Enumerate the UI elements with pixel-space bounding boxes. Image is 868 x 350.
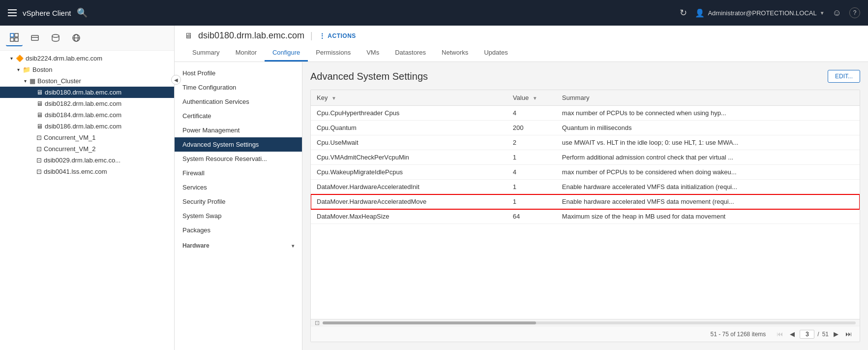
hamburger-menu[interactable] (8, 9, 17, 16)
last-page-btn[interactable]: ⏭ (843, 329, 854, 339)
table-row[interactable]: Cpu.WakeupMigrateIdlePcpus 4 max number … (311, 165, 860, 180)
hosts-clusters-icon[interactable] (6, 30, 23, 46)
table-row[interactable]: DataMover.HardwareAcceleratedMove 1 Enab… (311, 194, 860, 209)
table-row[interactable]: DataMover.MaxHeapSize 64 Maximum size of… (311, 209, 860, 224)
tab-permissions[interactable]: Permissions (308, 45, 359, 62)
tab-summary[interactable]: Summary (184, 45, 228, 62)
tree-item-dsib0186[interactable]: 🖥dsib0186.drm.lab.emc.com (0, 121, 174, 132)
tree-item-dsib0041[interactable]: ⊡dsib0041.lss.emc.com (0, 166, 174, 177)
left-nav-item-host_profile[interactable]: Host Profile (175, 66, 302, 80)
table-footer: 51 - 75 of 1268 items ⏮ ◀ / 51 ▶ ⏭ (311, 326, 860, 342)
help-icon[interactable]: ? (849, 7, 860, 18)
tab-networks[interactable]: Networks (434, 45, 476, 62)
tree-node-label: dsib0186.drm.lab.emc.com (45, 123, 121, 130)
tab-monitor[interactable]: Monitor (228, 45, 265, 62)
tree-item-concurrent_vm1[interactable]: ⊡Concurrent_VM_1 (0, 132, 174, 143)
storage-icon[interactable] (47, 30, 64, 46)
cell-value: 1 (507, 150, 556, 165)
tab-datastores[interactable]: Datastores (387, 45, 434, 62)
left-nav-item-services[interactable]: Services (175, 180, 302, 194)
key-filter-icon[interactable]: ▼ (331, 95, 336, 101)
value-filter-icon[interactable]: ▼ (533, 95, 538, 101)
tree-chevron: ▾ (22, 78, 29, 85)
scrollbar-track (323, 321, 856, 324)
search-icon[interactable]: 🔍 (77, 7, 88, 18)
separator: | (310, 31, 313, 41)
left-nav-item-advanced_system_sett[interactable]: Advanced System Settings (175, 137, 302, 152)
cell-key: Cpu.Quantum (311, 121, 507, 135)
cell-summary: Enable hardware accelerated VMFS data mo… (556, 194, 860, 209)
tree-item-dsib0182[interactable]: 🖥dsib0182.drm.lab.emc.com (0, 98, 174, 109)
tree-item-dsib0029[interactable]: ⊡dsib0029.drm.lab.emc.co... (0, 155, 174, 166)
topbar-right: ↻ 👤 Administrator@PROTECTION.LOCAL ▼ ☺ ? (680, 7, 860, 18)
page-separator: / (817, 331, 819, 338)
left-nav-item-security_profile[interactable]: Security Profile (175, 194, 302, 209)
tree-item-boston_cluster[interactable]: ▾▦Boston_Cluster (0, 75, 174, 87)
items-range: 51 - 75 of 1268 items (711, 331, 766, 338)
table-row[interactable]: Cpu.VMAdmitCheckPerVcpuMin 1 Perform add… (311, 150, 860, 165)
left-nav-item-power_management[interactable]: Power Management (175, 123, 302, 137)
left-nav-item-firewall[interactable]: Firewall (175, 166, 302, 180)
actions-button[interactable]: ⋮ ACTIONS (319, 32, 356, 40)
page-title: dsib0180.drm.lab.emc.com (198, 31, 304, 41)
tab-configure[interactable]: Configure (265, 45, 308, 62)
left-nav-item-packages[interactable]: Packages (175, 223, 302, 237)
content-header-top: 🖥 dsib0180.drm.lab.emc.com | ⋮ ACTIONS (184, 31, 858, 41)
left-nav-item-system_resource_rese[interactable]: System Resource Reservati... (175, 152, 302, 166)
tree-item-concurrent_vm2[interactable]: ⊡Concurrent_VM_2 (0, 143, 174, 155)
network-icon[interactable] (68, 30, 85, 46)
refresh-icon[interactable]: ↻ (680, 7, 687, 18)
left-nav-item-authentication_servi[interactable]: Authentication Services (175, 95, 302, 109)
left-nav-item-certificate[interactable]: Certificate (175, 109, 302, 123)
tree-item-dsib0180[interactable]: 🖥dsib0180.drm.lab.emc.com (0, 87, 174, 98)
tree-item-dsib0184[interactable]: 🖥dsib0184.drm.lab.emc.com (0, 109, 174, 121)
total-pages: 51 (822, 331, 829, 338)
section-chevron-icon: ▾ (292, 243, 294, 249)
tab-vms[interactable]: VMs (359, 45, 387, 62)
table-row[interactable]: Cpu.Quantum 200 Quantum in milliseconds (311, 121, 860, 135)
tree-node-label: dsib0180.drm.lab.emc.com (45, 89, 121, 96)
user-menu[interactable]: 👤 Administrator@PROTECTION.LOCAL ▼ (695, 8, 824, 18)
cell-summary: max number of PCPUs to be considered whe… (556, 165, 860, 180)
vms-templates-icon[interactable] (27, 30, 43, 46)
tree-node-label: Boston_Cluster (37, 77, 81, 85)
tree-node-label: Concurrent_VM_2 (44, 145, 96, 153)
cell-summary: use MWAIT vs. HLT in the idle loop; 0: u… (556, 135, 860, 150)
tree-node-icon: ⊡ (36, 145, 42, 153)
scrollbar-thumb (323, 321, 536, 324)
tree-item-dsib2224[interactable]: ▾🔶dsib2224.drm.lab.emc.com (0, 53, 174, 64)
sidebar-collapse-btn[interactable]: ◀ (171, 75, 181, 85)
tree-item-boston[interactable]: ▾📁Boston (0, 64, 174, 75)
tree-node-label: Concurrent_VM_1 (44, 134, 96, 141)
left-nav-item-time_configuration[interactable]: Time Configuration (175, 80, 302, 95)
cell-key: DataMover.MaxHeapSize (311, 209, 507, 224)
tree-node-icon: 🖥 (36, 123, 43, 130)
app-logo: vSphere Client (23, 9, 71, 17)
svg-point-6 (52, 34, 59, 37)
tree-node-label: Boston (32, 66, 52, 73)
table-row[interactable]: Cpu.CpuHyperthreader Cpus 4 max number o… (311, 106, 860, 121)
page-input[interactable] (800, 330, 814, 339)
right-panel: Advanced System Settings EDIT... Key ▼ V… (302, 62, 868, 350)
section-label: Hardware (182, 242, 210, 249)
table-row[interactable]: DataMover.HardwareAcceleratedInit 1 Enab… (311, 180, 860, 194)
cell-summary: Perform additional admission control che… (556, 150, 860, 165)
next-page-btn[interactable]: ▶ (832, 329, 840, 339)
left-nav-item-system_swap[interactable]: System Swap (175, 209, 302, 223)
cell-value: 200 (507, 121, 556, 135)
tab-updates[interactable]: Updates (476, 45, 515, 62)
cell-key: Cpu.WakeupMigrateIdlePcpus (311, 165, 507, 180)
cell-value: 2 (507, 135, 556, 150)
svg-rect-0 (10, 33, 14, 37)
smiley-icon[interactable]: ☺ (833, 8, 841, 18)
left-nav-section-hardware[interactable]: Hardware▾ (175, 237, 302, 251)
horizontal-scrollbar[interactable]: ⊡ (311, 319, 860, 326)
prev-page-btn[interactable]: ◀ (788, 329, 797, 339)
table-scroll[interactable]: Key ▼ Value ▼ Summary Cpu.CpuHyperthread… (311, 90, 860, 319)
table-row[interactable]: Cpu.UseMwait 2 use MWAIT vs. HLT in the … (311, 135, 860, 150)
cell-key: Cpu.VMAdmitCheckPerVcpuMin (311, 150, 507, 165)
content-header: 🖥 dsib0180.drm.lab.emc.com | ⋮ ACTIONS S… (175, 26, 868, 62)
data-table: Key ▼ Value ▼ Summary Cpu.CpuHyperthread… (311, 90, 860, 224)
first-page-btn[interactable]: ⏮ (775, 329, 785, 339)
edit-button[interactable]: EDIT... (828, 70, 860, 83)
